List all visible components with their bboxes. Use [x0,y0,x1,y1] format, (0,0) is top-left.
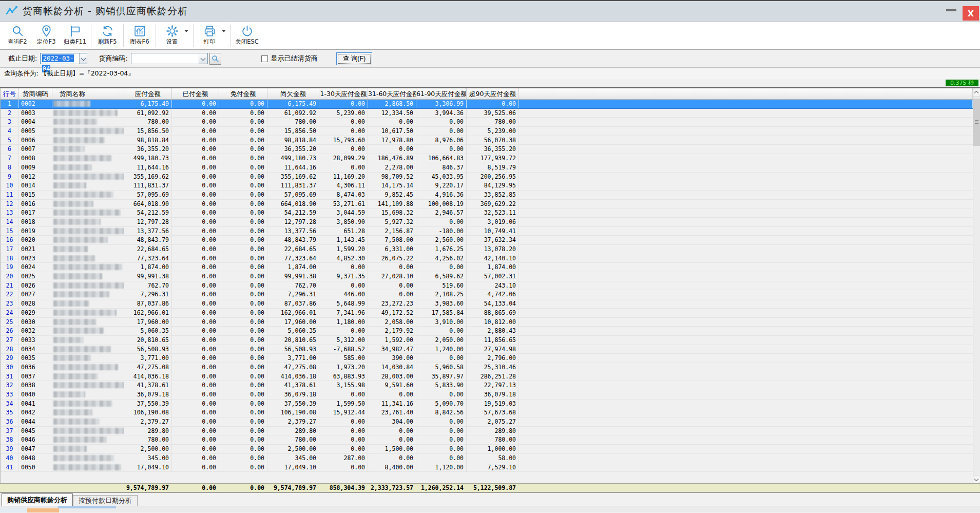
cell-value-6: 1,120.00 [416,463,467,472]
cell-filler [519,118,973,126]
table-row[interactable]: 33004036,079.180.000.0036,079.180.000.00… [1,390,973,400]
cell-filler [519,400,973,408]
cell-value-6: 0.00 [416,127,467,136]
cell-vendor-code: 0021 [19,245,52,254]
table-row[interactable]: 310037414,036.180.000.00414,036.1863,883… [1,372,973,382]
table-row[interactable]: 90012355,169.620.000.00355,169.6211,169.… [1,173,973,182]
table-row[interactable]: 25003017,960.000.000.0017,960.001,180.00… [1,318,973,327]
cell-value-4: 3,155.98 [319,381,368,390]
table-row[interactable]: 5000698,818.840.000.0098,818.8415,793.60… [1,136,973,145]
toolbar-label: 图表F6 [130,38,149,46]
cell-value-6: 4,256.02 [416,254,467,263]
vendor-code-dropdown-arrow-icon[interactable] [199,53,207,64]
table-row[interactable]: 240029162,966.010.000.00162,966.017,341.… [1,309,973,318]
table-row[interactable]: 41005017,049.100.000.0017,049.100.008,40… [1,463,973,472]
print-toolbar-button[interactable]: 打印 [195,22,224,49]
table-row[interactable]: 20002599,991.380.000.0099,991.389,371.35… [1,272,973,281]
table-row[interactable]: 6000736,355.200.000.0036,355.200.000.000… [1,145,973,154]
table-row[interactable]: 8000911,644.160.000.0011,644.160.002,278… [1,163,973,173]
close-esc-toolbar-button[interactable]: 关闭ESC [233,22,261,49]
close-button[interactable]: X [963,6,979,21]
table-row[interactable]: 30004780.000.000.00780.000.000.000.00780… [1,118,973,127]
table-row[interactable]: 15001913,377.560.000.0013,377.56651.282,… [1,227,973,236]
column-header-5[interactable]: 免付金额 [219,88,267,99]
table-row[interactable]: 34004137,550.390.000.0037,550.391,599.50… [1,400,973,409]
vertical-scrollbar[interactable] [973,88,980,483]
column-header-4[interactable]: 已付金额 [172,88,219,99]
table-row[interactable]: 30003647,275.080.000.0047,275.081,973.20… [1,363,973,372]
cell-value-0: 7,296.31 [124,290,172,299]
table-row[interactable]: 370045289.800.000.00289.800.000.000.0028… [1,427,973,436]
table-row[interactable]: 3900472,500.000.000.002,500.000.001,500.… [1,445,973,454]
cell-value-1: 0.00 [172,390,219,399]
table-row[interactable]: 2200277,296.310.000.007,296.31446.000.00… [1,290,973,299]
cutoff-date-value[interactable]: 2022-03-04 [41,53,79,64]
print-dropdown-caret-icon[interactable] [222,30,226,32]
cell-value-5: 0.00 [368,118,416,126]
column-header-7[interactable]: 1-30天应付金额 [319,88,368,99]
table-row[interactable]: 28003456,508.930.000.0056,508.93-7,688.5… [1,345,973,354]
taskbar-segment-0 [0,508,27,512]
table-row[interactable]: 2900353,771.000.000.003,771.00585.00390.… [1,354,973,363]
flag-icon [69,25,82,37]
settings-dropdown-caret-icon[interactable] [184,30,188,32]
cell-value-6: 45,033.95 [416,173,467,181]
vendor-lookup-button[interactable] [209,53,221,65]
column-header-2[interactable]: 货商名称 [52,88,124,99]
column-header-9[interactable]: 61-90天应付金额 [416,88,467,99]
table-row[interactable]: 100026,175.490.000.006,175.490.002,868.5… [1,100,973,109]
table-row[interactable]: 18002377,323.640.000.0077,323.644,852.30… [1,254,973,263]
query-toolbar-button[interactable]: 查询F2 [3,22,32,49]
table-row[interactable]: 4000515,856.500.000.0015,856.500.0010,61… [1,127,973,136]
scrollbar-thumb[interactable] [973,99,980,146]
tab-supplier-aging-analysis[interactable]: 购销供应商帐龄分析 [2,493,73,506]
query-button[interactable]: 查 询(F) [336,52,372,65]
cell-vendor-code: 0040 [19,390,52,399]
locate-toolbar-button[interactable]: 定位F3 [32,22,61,49]
totals-value-6: 1,260,252.14 [416,484,466,492]
table-row[interactable]: 400048345.000.000.00345.00287.000.000.00… [1,454,973,463]
settings-toolbar-button[interactable]: 设置 [158,22,186,49]
cell-vendor-name [52,154,124,163]
cell-filler [519,208,973,217]
vendor-code-value[interactable] [131,53,199,64]
scrollbar-down-arrow-icon[interactable] [973,475,980,483]
table-row[interactable]: 120016664,018.900.000.00664,018.9053,271… [1,200,973,209]
column-header-0[interactable]: 行号 [1,88,19,99]
column-header-1[interactable]: 货商编码 [19,88,52,99]
table-row[interactable]: 1900241,874.000.000.001,874.000.000.000.… [1,263,973,272]
table-row[interactable]: 16002048,843.790.000.0048,843.791,143.45… [1,236,973,245]
table-row[interactable]: 70008499,180.730.000.00499,180.7328,099.… [1,154,973,163]
column-header-8[interactable]: 31-60天应付金额 [368,88,416,99]
table-row[interactable]: 27003320,810.650.000.0020,810.655,312.00… [1,336,973,345]
table-row[interactable]: 3600442,379.270.000.002,379.270.00304.00… [1,417,973,427]
table-row[interactable]: 23002887,037.860.000.0087,037.865,648.99… [1,299,973,309]
table-row[interactable]: 14001812,797.280.000.0012,797.283,850.90… [1,218,973,227]
chart-toolbar-button[interactable]: 图表F6 [125,22,154,49]
table-row[interactable]: 210026762.700.000.00762.700.000.00519.60… [1,281,973,291]
table-row[interactable]: 2000361,092.920.000.0061,092.925,239.001… [1,109,973,118]
table-row[interactable]: 100014111,831.370.000.00111,831.374,306.… [1,181,973,191]
table-row[interactable]: 32003841,378.610.000.0041,378.613,155.98… [1,381,973,390]
table-row[interactable]: 350042106,190.080.000.00106,190.0815,912… [1,408,973,417]
table-row[interactable]: 11001557,095.690.000.0057,095.698,474.03… [1,191,973,200]
classify-toolbar-button[interactable]: 归类F11 [61,22,89,49]
scrollbar-up-arrow-icon[interactable] [973,88,980,97]
minimize-button[interactable] [946,9,956,11]
vendor-code-combobox[interactable] [131,53,208,64]
cell-value-7: 780.00 [467,435,519,444]
cutoff-date-combobox[interactable]: 2022-03-04 [40,53,87,64]
table-row[interactable]: 2600325,060.350.000.005,060.350.002,179.… [1,327,973,336]
tab-prepayment-date-analysis[interactable]: 按预付款日期分析 [73,495,138,506]
column-header-3[interactable]: 应付金额 [124,88,172,99]
redacted-vendor-name [53,128,124,134]
table-row[interactable]: 13001754,212.590.000.0054,212.593,044.59… [1,208,973,218]
show-settled-checkbox[interactable] [261,55,268,62]
cell-value-5: 0.00 [368,290,416,299]
column-header-10[interactable]: 超90天应付金额 [467,88,519,99]
cutoff-date-dropdown-arrow-icon[interactable] [79,53,87,64]
refresh-toolbar-button[interactable]: 刷新F5 [93,22,122,49]
table-row[interactable]: 17002122,684.650.000.0022,684.651,599.20… [1,245,973,254]
table-row[interactable]: 380046780.000.000.00780.000.000.000.0078… [1,435,973,445]
column-header-6[interactable]: 尚欠金额 [267,88,319,99]
